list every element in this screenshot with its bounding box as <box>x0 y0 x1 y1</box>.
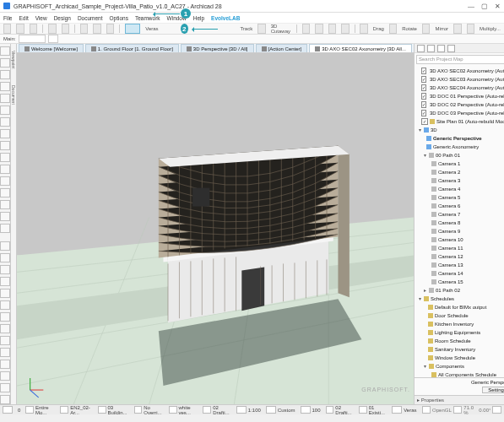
tree-camera[interactable]: Camera 13 <box>416 261 504 269</box>
tree-item[interactable]: 3D AXO SEC04 Axonometry (Auto-rebuild Mo… <box>416 84 504 92</box>
checkbox-icon[interactable] <box>421 76 426 83</box>
tab-3dperspective[interactable]: 3D Perspective [3D / All] <box>181 44 254 52</box>
checkbox-icon[interactable] <box>421 93 426 100</box>
tool-object-icon[interactable] <box>0 200 10 209</box>
tree-camera[interactable]: Camera 7 <box>416 210 504 219</box>
menu-view[interactable]: View <box>35 15 47 21</box>
tab-welcome[interactable]: Welcome [Welcome] <box>19 44 84 52</box>
tool-line-icon[interactable] <box>0 300 10 310</box>
tree-schedule-item[interactable]: Sanitary Inventory <box>416 345 504 354</box>
cutaway-label[interactable]: 3D Cutaway <box>271 24 291 34</box>
tree-camera[interactable]: Camera 11 <box>416 244 504 252</box>
tree-camera[interactable]: Camera 1 <box>416 160 504 168</box>
tool-level-icon[interactable] <box>0 253 10 262</box>
tool-j-icon[interactable] <box>422 24 430 34</box>
tree-item[interactable]: Site Plan 01 (Auto-rebuild Model) <box>416 117 504 126</box>
tool-change-icon[interactable] <box>0 383 10 392</box>
tool-arrow-icon[interactable] <box>0 46 10 56</box>
tree-schedule-item[interactable]: Lighting Equipments <box>416 328 504 337</box>
status-value[interactable]: Custom <box>278 408 295 413</box>
tool-section-icon[interactable] <box>0 348 10 357</box>
status-icon[interactable] <box>98 406 106 414</box>
status-icon[interactable] <box>169 406 177 414</box>
checkbox-icon[interactable] <box>421 68 426 74</box>
status-icon[interactable] <box>266 406 276 414</box>
tool-shell-icon[interactable] <box>0 165 10 174</box>
expand-icon[interactable]: ▸ <box>423 286 428 295</box>
tree-camera[interactable]: Camera 9 <box>416 227 504 235</box>
tool-detail-icon[interactable] <box>0 371 10 381</box>
tool-g-icon[interactable] <box>341 24 349 34</box>
tool-k-icon[interactable] <box>453 24 461 34</box>
tree-item[interactable]: 3D AXO SEC03 Axonometry (Auto-rebuild Mo… <box>416 75 504 84</box>
tree-camera[interactable]: Camera 8 <box>416 219 504 227</box>
tool-polyline-icon[interactable] <box>0 324 10 333</box>
tree-schedules[interactable]: ▾Schedules <box>416 295 504 303</box>
zoom-icon[interactable] <box>453 406 463 414</box>
veras-button[interactable] <box>125 24 140 34</box>
tool-mesh-icon[interactable] <box>0 224 10 233</box>
status-icon[interactable] <box>326 406 334 414</box>
tool-column-icon[interactable] <box>0 106 10 115</box>
tool-wall-icon[interactable] <box>0 70 10 79</box>
tree-generic-perspective[interactable]: Generic Perspective <box>416 134 504 143</box>
tool-save-icon[interactable] <box>30 24 37 34</box>
tool-h-icon[interactable] <box>360 24 367 34</box>
tool-b-icon[interactable] <box>93 24 100 34</box>
minimize-button[interactable]: — <box>468 3 474 10</box>
menu-evolvelab[interactable]: EvolveLAB <box>211 15 240 21</box>
status-end-icon[interactable] <box>492 406 501 414</box>
tree-item[interactable]: 3D AXO SEC02 Axonometry (Auto-rebuild Mo… <box>416 67 504 75</box>
checkbox-icon[interactable] <box>421 110 426 116</box>
tree-camera[interactable]: Camera 3 <box>416 176 504 185</box>
tab-axo[interactable]: 3D AXO SEC02 Axonometry [3D All... <box>309 44 412 52</box>
status-icon[interactable] <box>60 406 68 414</box>
tool-window-icon[interactable] <box>0 94 10 103</box>
checkbox-icon[interactable] <box>421 101 426 108</box>
menu-file[interactable]: File <box>3 15 12 21</box>
status-value[interactable]: 03 Buildin... <box>108 405 129 415</box>
tree-camera[interactable]: Camera 14 <box>416 269 504 278</box>
menu-options[interactable]: Options <box>110 15 128 21</box>
status-value[interactable]: white ves... <box>179 405 198 415</box>
tool-dimension-icon[interactable] <box>0 241 10 251</box>
tree-camera[interactable]: Camera 10 <box>416 235 504 244</box>
tree-camera[interactable]: Camera 2 <box>416 168 504 176</box>
status-icon[interactable] <box>236 406 247 414</box>
menu-teamwork[interactable]: Teamwork <box>135 15 160 21</box>
tool-grid-icon[interactable] <box>0 395 10 404</box>
menu-edit[interactable]: Edit <box>19 15 28 21</box>
nav-viewmap-icon[interactable] <box>427 45 435 52</box>
tree-path02[interactable]: ▸01 Path 02 <box>416 286 504 295</box>
tree-components[interactable]: ▾Components <box>416 362 504 371</box>
tree-schedule-item[interactable]: Door Schedule <box>416 311 504 320</box>
status-icon[interactable] <box>203 406 211 414</box>
status-icon[interactable] <box>359 406 367 414</box>
tree-camera[interactable]: Camera 15 <box>416 278 504 286</box>
menu-document[interactable]: Document <box>78 15 103 21</box>
tree-schedule-item[interactable]: Default for BIMx output <box>416 303 504 311</box>
tool-elevation-icon[interactable] <box>0 360 10 369</box>
tree-path01[interactable]: ▾00 Path 01 <box>416 151 504 160</box>
tool-arc-icon[interactable] <box>0 312 10 322</box>
tool-cutaway-icon[interactable] <box>257 24 265 34</box>
status-value[interactable]: 02 Drafti... <box>335 405 354 415</box>
menu-help[interactable]: Help <box>193 15 204 21</box>
tool-fill-icon[interactable] <box>0 289 10 298</box>
status-icon[interactable] <box>25 406 34 414</box>
tool-label-icon[interactable] <box>0 277 10 286</box>
tool-stair-icon[interactable] <box>0 141 10 150</box>
tool-morph-icon[interactable] <box>0 188 10 197</box>
tree-schedule-item[interactable]: Window Schedule <box>416 354 504 362</box>
tree-item[interactable]: 3D DOC 01 Perspective (Auto-rebuild Mode… <box>416 92 504 100</box>
tool-e-icon[interactable] <box>315 24 322 34</box>
checkbox-icon[interactable] <box>421 118 428 125</box>
tool-beam-icon[interactable] <box>0 117 10 127</box>
settings-button[interactable]: Settings... <box>482 387 504 393</box>
menu-design[interactable]: Design <box>54 15 71 21</box>
checkbox-icon[interactable] <box>421 84 426 91</box>
tree-item[interactable]: 3D DOC 02 Perspective (Auto-rebuild Mode… <box>416 100 504 109</box>
subbar-dropdown[interactable] <box>19 35 46 43</box>
tree-camera[interactable]: Camera 5 <box>416 193 504 202</box>
subbar-button[interactable] <box>48 35 58 43</box>
